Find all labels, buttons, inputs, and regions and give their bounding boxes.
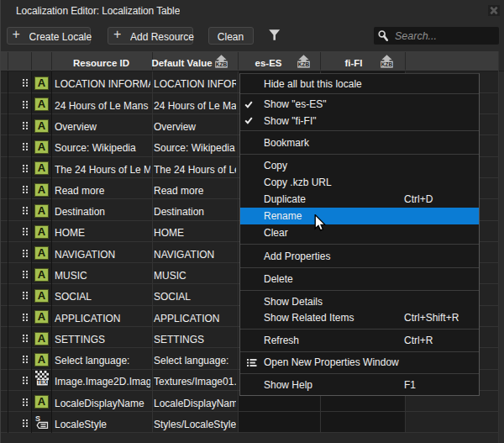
svg-text:KZB: KZB <box>298 61 310 67</box>
svg-text:TEX: TEX <box>37 379 48 385</box>
svg-text:KZB: KZB <box>381 61 393 67</box>
svg-text:S: S <box>35 414 40 423</box>
svg-text:KZB: KZB <box>215 61 227 67</box>
